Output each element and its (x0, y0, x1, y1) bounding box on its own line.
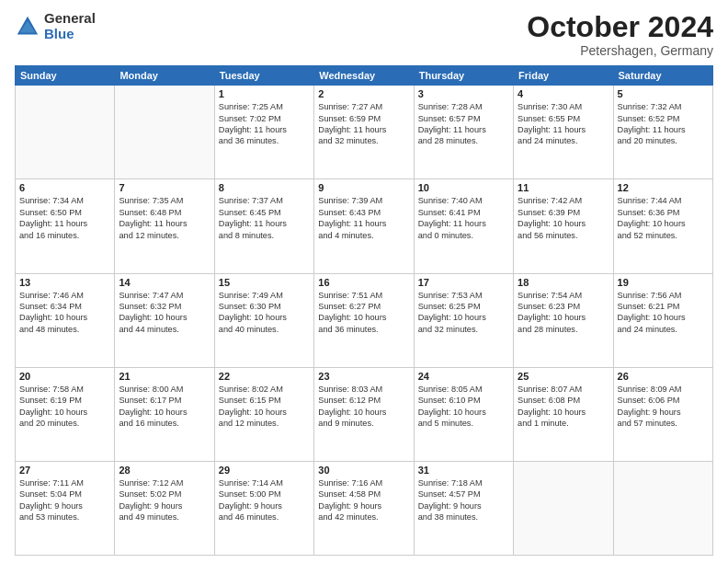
day-number: 11 (518, 182, 609, 193)
table-row: 2Sunrise: 7:27 AM Sunset: 6:59 PM Daylig… (314, 86, 414, 179)
table-row: 28Sunrise: 7:12 AM Sunset: 5:02 PM Dayli… (115, 461, 214, 555)
day-detail: Sunrise: 7:39 AM Sunset: 6:43 PM Dayligh… (318, 195, 409, 241)
table-row: 5Sunrise: 7:32 AM Sunset: 6:52 PM Daylig… (613, 86, 712, 179)
day-detail: Sunrise: 7:14 AM Sunset: 5:00 PM Dayligh… (219, 477, 310, 523)
day-detail: Sunrise: 7:30 AM Sunset: 6:55 PM Dayligh… (518, 101, 609, 147)
day-detail: Sunrise: 7:16 AM Sunset: 4:58 PM Dayligh… (318, 477, 409, 523)
title-block: October 2024 Petershagen, Germany (527, 11, 713, 58)
logo-general: General (44, 11, 96, 27)
day-detail: Sunrise: 7:54 AM Sunset: 6:23 PM Dayligh… (518, 290, 609, 336)
day-number: 30 (318, 465, 409, 476)
day-number: 1 (219, 88, 310, 99)
day-detail: Sunrise: 8:00 AM Sunset: 6:17 PM Dayligh… (119, 384, 210, 430)
table-row: 16Sunrise: 7:51 AM Sunset: 6:27 PM Dayli… (314, 273, 414, 367)
table-row (16, 86, 115, 179)
day-detail: Sunrise: 8:09 AM Sunset: 6:06 PM Dayligh… (618, 384, 709, 430)
day-number: 17 (418, 277, 509, 288)
day-detail: Sunrise: 7:46 AM Sunset: 6:34 PM Dayligh… (19, 290, 110, 336)
table-row: 20Sunrise: 7:58 AM Sunset: 6:19 PM Dayli… (16, 367, 115, 461)
day-number: 16 (318, 277, 409, 288)
col-tuesday: Tuesday (214, 66, 313, 86)
day-detail: Sunrise: 7:47 AM Sunset: 6:32 PM Dayligh… (119, 290, 210, 336)
day-number: 27 (19, 465, 110, 476)
logo-text: General Blue (44, 11, 96, 41)
day-number: 24 (418, 371, 509, 382)
day-detail: Sunrise: 7:44 AM Sunset: 6:36 PM Dayligh… (618, 195, 709, 241)
day-number: 5 (618, 88, 709, 99)
day-number: 4 (518, 88, 609, 99)
col-wednesday: Wednesday (314, 66, 414, 86)
table-row: 17Sunrise: 7:53 AM Sunset: 6:25 PM Dayli… (414, 273, 513, 367)
table-row (514, 461, 613, 555)
day-number: 31 (418, 465, 509, 476)
day-number: 2 (318, 88, 409, 99)
day-detail: Sunrise: 7:37 AM Sunset: 6:45 PM Dayligh… (219, 195, 310, 241)
title-location: Petershagen, Germany (527, 43, 713, 58)
day-number: 29 (219, 465, 310, 476)
page: General Blue October 2024 Petershagen, G… (0, 0, 728, 563)
table-row: 26Sunrise: 8:09 AM Sunset: 6:06 PM Dayli… (613, 367, 712, 461)
day-detail: Sunrise: 8:07 AM Sunset: 6:08 PM Dayligh… (518, 384, 609, 430)
table-row: 29Sunrise: 7:14 AM Sunset: 5:00 PM Dayli… (214, 461, 313, 555)
day-number: 8 (219, 182, 310, 193)
logo-blue-text: Blue (44, 27, 96, 42)
table-row: 4Sunrise: 7:30 AM Sunset: 6:55 PM Daylig… (514, 86, 613, 179)
title-month: October 2024 (527, 11, 713, 43)
day-number: 10 (418, 182, 509, 193)
table-row: 31Sunrise: 7:18 AM Sunset: 4:57 PM Dayli… (414, 461, 513, 555)
day-detail: Sunrise: 8:03 AM Sunset: 6:12 PM Dayligh… (318, 384, 409, 430)
table-row (613, 461, 712, 555)
table-row: 10Sunrise: 7:40 AM Sunset: 6:41 PM Dayli… (414, 179, 513, 273)
table-row: 3Sunrise: 7:28 AM Sunset: 6:57 PM Daylig… (414, 86, 513, 179)
day-number: 23 (318, 371, 409, 382)
day-detail: Sunrise: 7:49 AM Sunset: 6:30 PM Dayligh… (219, 290, 310, 336)
calendar-week-row: 20Sunrise: 7:58 AM Sunset: 6:19 PM Dayli… (16, 367, 713, 461)
table-row: 21Sunrise: 8:00 AM Sunset: 6:17 PM Dayli… (115, 367, 214, 461)
table-row: 14Sunrise: 7:47 AM Sunset: 6:32 PM Dayli… (115, 273, 214, 367)
day-detail: Sunrise: 7:11 AM Sunset: 5:04 PM Dayligh… (19, 477, 110, 523)
calendar-week-row: 13Sunrise: 7:46 AM Sunset: 6:34 PM Dayli… (16, 273, 713, 367)
calendar-table: Sunday Monday Tuesday Wednesday Thursday… (15, 65, 713, 556)
day-detail: Sunrise: 7:58 AM Sunset: 6:19 PM Dayligh… (19, 384, 110, 430)
day-number: 25 (518, 371, 609, 382)
day-number: 18 (518, 277, 609, 288)
table-row: 1Sunrise: 7:25 AM Sunset: 7:02 PM Daylig… (214, 86, 313, 179)
day-detail: Sunrise: 7:42 AM Sunset: 6:39 PM Dayligh… (518, 195, 609, 241)
day-detail: Sunrise: 7:34 AM Sunset: 6:50 PM Dayligh… (19, 195, 110, 241)
table-row: 18Sunrise: 7:54 AM Sunset: 6:23 PM Dayli… (514, 273, 613, 367)
table-row (115, 86, 214, 179)
day-number: 28 (119, 465, 210, 476)
calendar-header-row: Sunday Monday Tuesday Wednesday Thursday… (16, 66, 713, 86)
col-sunday: Sunday (16, 66, 115, 86)
table-row: 22Sunrise: 8:02 AM Sunset: 6:15 PM Dayli… (214, 367, 313, 461)
table-row: 6Sunrise: 7:34 AM Sunset: 6:50 PM Daylig… (16, 179, 115, 273)
day-detail: Sunrise: 7:35 AM Sunset: 6:48 PM Dayligh… (119, 195, 210, 241)
day-number: 26 (618, 371, 709, 382)
table-row: 30Sunrise: 7:16 AM Sunset: 4:58 PM Dayli… (314, 461, 414, 555)
day-detail: Sunrise: 7:51 AM Sunset: 6:27 PM Dayligh… (318, 290, 409, 336)
day-detail: Sunrise: 7:28 AM Sunset: 6:57 PM Dayligh… (418, 101, 509, 147)
day-number: 20 (19, 371, 110, 382)
day-detail: Sunrise: 7:32 AM Sunset: 6:52 PM Dayligh… (618, 101, 709, 147)
day-detail: Sunrise: 7:56 AM Sunset: 6:21 PM Dayligh… (618, 290, 709, 336)
table-row: 8Sunrise: 7:37 AM Sunset: 6:45 PM Daylig… (214, 179, 313, 273)
table-row: 7Sunrise: 7:35 AM Sunset: 6:48 PM Daylig… (115, 179, 214, 273)
day-number: 19 (618, 277, 709, 288)
header: General Blue October 2024 Petershagen, G… (15, 11, 713, 58)
day-detail: Sunrise: 8:05 AM Sunset: 6:10 PM Dayligh… (418, 384, 509, 430)
day-number: 22 (219, 371, 310, 382)
table-row: 12Sunrise: 7:44 AM Sunset: 6:36 PM Dayli… (613, 179, 712, 273)
day-detail: Sunrise: 7:25 AM Sunset: 7:02 PM Dayligh… (219, 101, 310, 147)
day-detail: Sunrise: 7:27 AM Sunset: 6:59 PM Dayligh… (318, 101, 409, 147)
logo-icon (15, 14, 40, 40)
calendar-week-row: 6Sunrise: 7:34 AM Sunset: 6:50 PM Daylig… (16, 179, 713, 273)
day-number: 12 (618, 182, 709, 193)
day-number: 14 (119, 277, 210, 288)
day-detail: Sunrise: 7:18 AM Sunset: 4:57 PM Dayligh… (418, 477, 509, 523)
col-friday: Friday (514, 66, 613, 86)
day-number: 13 (19, 277, 110, 288)
table-row: 24Sunrise: 8:05 AM Sunset: 6:10 PM Dayli… (414, 367, 513, 461)
day-number: 9 (318, 182, 409, 193)
day-detail: Sunrise: 8:02 AM Sunset: 6:15 PM Dayligh… (219, 384, 310, 430)
calendar-week-row: 27Sunrise: 7:11 AM Sunset: 5:04 PM Dayli… (16, 461, 713, 555)
